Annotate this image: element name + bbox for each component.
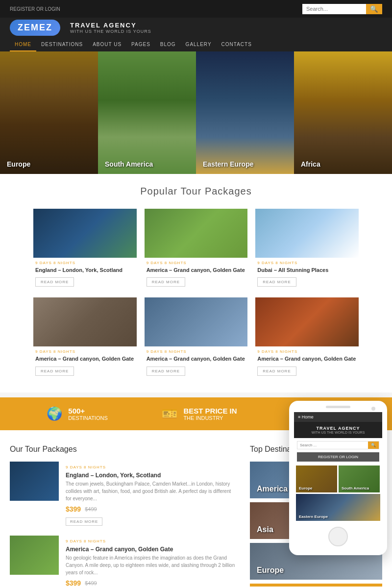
mobile-search-button[interactable]: 🔍 <box>368 441 379 449</box>
search-form: 🔍 <box>302 4 382 14</box>
nav-home[interactable]: HOME <box>10 38 36 51</box>
hero-europe[interactable]: Europe <box>0 51 98 174</box>
pkg-name-3: Dubai – All Stunning Places <box>257 267 357 273</box>
pkg-name-2: America – Grand canyon, Golden Gate <box>147 267 246 273</box>
pkg-image-6 <box>145 297 248 346</box>
hero-europe-label: Europe <box>7 160 30 168</box>
nav-destinations[interactable]: DESTINATIONS <box>36 38 88 51</box>
hero-south-america[interactable]: South America <box>98 51 196 174</box>
tour-desc-1: The crown jewels, Buckingham Palace, Cam… <box>66 480 235 502</box>
brand-title: TRAVEL AGENCY WITH US THE WORLD IS YOURS <box>70 22 151 34</box>
pkg-readmore-6[interactable]: READ MORE <box>147 367 185 376</box>
pkg-readmore-5[interactable]: READ MORE <box>35 367 74 376</box>
site-title: TRAVEL AGENCY <box>70 22 151 29</box>
pkg-name-5: America – Grand canyon, Golden Gate <box>35 355 135 362</box>
tour-thumb-1 <box>10 462 59 501</box>
tour-packages-column: Our Tour Packages 9 DAYS 8 NIGHTS Englan… <box>10 445 245 588</box>
nav-blog[interactable]: BLOG <box>155 38 181 51</box>
stat-destinations-label: DESTINATIONS <box>68 415 107 421</box>
mobile-dest-sa[interactable]: South America <box>339 466 380 492</box>
pkg-readmore-1[interactable]: READ MORE <box>35 277 74 287</box>
stat-destinations: 🌍 500+ DESTINATIONS <box>47 406 107 421</box>
tour-price-2: $399 $499 <box>66 579 235 587</box>
tour-details-1: 9 DAYS 8 NIGHTS England – London, York, … <box>66 462 235 526</box>
tour-days-1: 9 DAYS 8 NIGHTS <box>66 465 106 469</box>
destinations-icon: 🌍 <box>47 406 62 421</box>
nav-pages[interactable]: PAGES <box>126 38 155 51</box>
package-item-1: 9 DAYS 8 NIGHTS England – London, York, … <box>29 205 141 294</box>
hero-africa[interactable]: Africa <box>294 51 392 174</box>
dest-asia-label: Asia <box>257 525 273 534</box>
mobile-destinations: Europe South America Eastern Europe <box>294 464 382 523</box>
packages-grid: 9 DAYS 8 NIGHTS England – London, York, … <box>0 205 392 383</box>
tour-packages-col-title: Our Tour Packages <box>10 445 235 454</box>
package-item-6: 9 DAYS 8 NIGHTS America – Grand canyon, … <box>141 294 252 382</box>
package-item-7: 9 DAYS 8 NIGHTS America – Grand canyon, … <box>251 294 363 382</box>
pkg-info-5: 9 DAYS 8 NIGHTS America – Grand canyon, … <box>33 346 137 378</box>
tour-desc-2: No geologic feature in America inspires … <box>66 554 235 576</box>
pkg-image-7 <box>255 297 359 346</box>
tour-readmore-1[interactable]: READ MORE <box>66 517 102 526</box>
pkg-image-2 <box>145 209 248 258</box>
logo[interactable]: ZEMEZ <box>10 20 60 36</box>
pkg-info-1: 9 DAYS 8 NIGHTS England – London, York, … <box>33 258 137 290</box>
package-item-5: 9 DAYS 8 NIGHTS America – Grand canyon, … <box>29 294 141 382</box>
hero-grid: Europe South America Eastern Europe Afri… <box>0 51 392 174</box>
mobile-search-form: 🔍 <box>297 441 379 449</box>
price-current-2: $399 <box>66 579 81 587</box>
dest-america-label: America <box>257 485 288 493</box>
mobile-brand-title: TRAVEL AGENCY <box>298 426 378 431</box>
pkg-days-2: 9 DAYS 8 NIGHTS <box>147 261 246 265</box>
mobile-nav-label[interactable]: ≡ Home <box>298 415 314 419</box>
nav-about[interactable]: ABOUT US <box>88 38 126 51</box>
pkg-info-2: 9 DAYS 8 NIGHTS America – Grand canyon, … <box>145 258 248 290</box>
mobile-search-input[interactable] <box>297 441 368 449</box>
popular-packages-section: Popular Tour Packages 9 DAYS 8 NIGHTS En… <box>0 174 392 392</box>
nav-contacts[interactable]: CONTACTS <box>217 38 257 51</box>
hero-ee-label: Eastern Europe <box>203 160 253 168</box>
tour-days-2: 9 DAYS 8 NIGHTS <box>66 539 106 543</box>
hero-eastern-europe[interactable]: Eastern Europe <box>196 51 294 174</box>
top-bar: REGISTER OR LOGIN 🔍 <box>0 0 392 18</box>
mobile-home-button[interactable] <box>328 527 348 546</box>
price-old-2: $499 <box>85 580 97 586</box>
mobile-login-btn[interactable]: REGISTER OR LOGIN <box>297 452 379 462</box>
pkg-readmore-3[interactable]: READ MORE <box>257 277 296 287</box>
search-button[interactable]: 🔍 <box>366 4 382 14</box>
pkg-name-6: America – Grand canyon, Golden Gate <box>147 355 246 362</box>
mobile-camera <box>371 407 375 411</box>
price-old-1: $499 <box>85 506 97 512</box>
nav-gallery[interactable]: GALLERY <box>181 38 217 51</box>
pkg-days-6: 9 DAYS 8 NIGHTS <box>147 349 246 354</box>
pkg-days-5: 9 DAYS 8 NIGHTS <box>35 349 135 354</box>
stat-price: 🎫 BEST PRICE IN THE INDUSTRY <box>162 406 237 421</box>
site-subtitle: WITH US THE WORLD IS YOURS <box>70 29 151 34</box>
mobile-brand-sub: WITH US THE WORLD IS YOURS <box>298 431 378 434</box>
brand-bar: ZEMEZ TRAVEL AGENCY WITH US THE WORLD IS… <box>0 18 392 38</box>
package-item-2: 9 DAYS 8 NIGHTS America – Grand canyon, … <box>141 205 252 294</box>
packages-wrapper: 9 DAYS 8 NIGHTS England – London, York, … <box>0 205 392 383</box>
hero-sa-label: South America <box>105 160 153 168</box>
mobile-dest-europe[interactable]: Europe <box>296 466 337 492</box>
pkg-name-1: England – London, York, Scotland <box>35 267 135 273</box>
login-link[interactable]: REGISTER OR LOGIN <box>10 6 60 12</box>
tour-price-1: $399 $499 <box>66 505 235 513</box>
mobile-dest-sa-label: South America <box>342 486 369 490</box>
hero-africa-label: Africa <box>301 160 320 168</box>
stat-price-label: THE INDUSTRY <box>183 415 237 421</box>
price-current-1: $399 <box>66 505 81 513</box>
pkg-name-7: America – Grand canyon, Golden Gate <box>257 355 357 362</box>
pkg-image-5 <box>33 297 137 346</box>
tour-details-2: 9 DAYS 8 NIGHTS America – Grand canyon, … <box>66 536 235 588</box>
tour-name-1: England – London, York, Scotland <box>66 472 235 479</box>
search-input[interactable] <box>302 4 366 14</box>
pkg-readmore-2[interactable]: READ MORE <box>147 277 185 287</box>
mobile-mockup: ≡ Home TRAVEL AGENCY WITH US THE WORLD I… <box>289 401 387 555</box>
stat-destinations-text: 500+ DESTINATIONS <box>68 407 107 421</box>
pkg-readmore-7[interactable]: READ MORE <box>257 367 296 376</box>
tour-list-item-2: 9 DAYS 8 NIGHTS America – Grand canyon, … <box>10 536 235 588</box>
stat-price-number: BEST PRICE IN <box>183 407 237 415</box>
orange-bar <box>250 584 382 587</box>
mobile-dest-ee[interactable]: Eastern Europe <box>296 494 380 521</box>
package-item-3: 9 DAYS 8 NIGHTS Dubai – All Stunning Pla… <box>251 205 363 294</box>
